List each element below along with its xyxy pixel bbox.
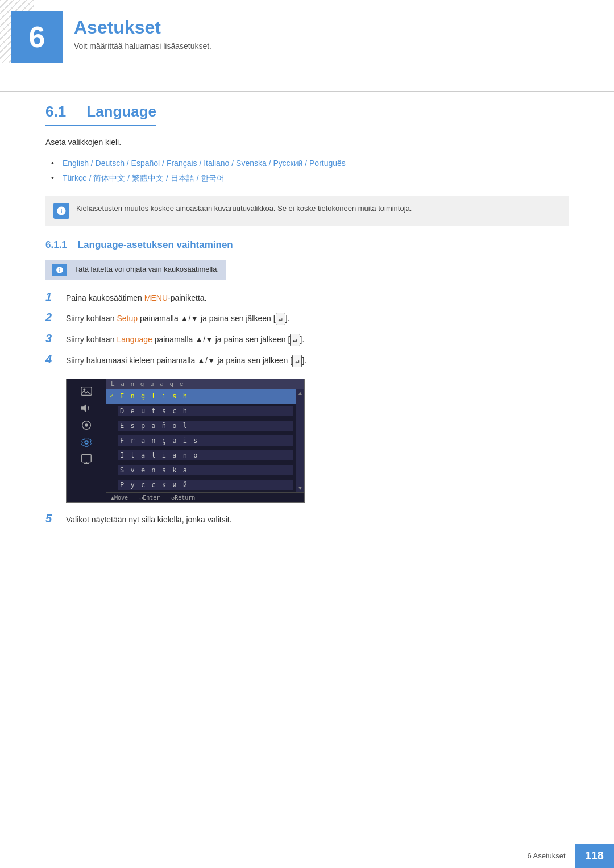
osd-icon-2 xyxy=(67,400,106,417)
svg-rect-6 xyxy=(86,462,87,463)
osd-footer: ▲Move ↵Enter ↺Return xyxy=(106,492,304,502)
subsection-title: Language-asetuksen vaihtaminen xyxy=(78,239,233,250)
step-5: 5 Valikot näytetään nyt sillä kielellä, … xyxy=(45,512,569,526)
info-icon-small xyxy=(56,266,64,274)
sound-icon xyxy=(80,402,93,414)
picture-icon xyxy=(80,385,93,397)
step-number-5: 5 xyxy=(45,512,57,525)
osd-icon-4 xyxy=(67,434,106,451)
check-mark-6 xyxy=(110,467,118,473)
footer-label: 6 Asetukset xyxy=(518,846,574,866)
lang-list-row1: English / Deutsch / Español / Français /… xyxy=(51,157,569,169)
scroll-down-icon: ▼ xyxy=(297,485,303,491)
lang-bar-deutsch: D e u t s c h xyxy=(118,406,293,416)
lang-bar-svenska: S v e n s k a xyxy=(118,465,293,475)
lang-row1-text: English / Deutsch / Español / Français /… xyxy=(63,159,346,168)
language-list: English / Deutsch / Español / Français /… xyxy=(45,157,569,185)
svg-rect-4 xyxy=(81,455,91,462)
header-divider xyxy=(0,91,614,92)
info-icon xyxy=(56,206,67,216)
chapter-number: 6 xyxy=(11,11,63,63)
enter-icon-2: ↵ xyxy=(290,334,300,346)
subsection-number: 6.1.1 xyxy=(45,239,67,250)
note-box-2: Tätä laitetta voi ohjata vain kaukosääti… xyxy=(45,260,226,280)
steps-list: 1 Paina kaukosäätimen MENU-painiketta. 2… xyxy=(45,290,569,367)
check-mark-5 xyxy=(110,452,118,458)
highlight-setup: Setup xyxy=(117,314,138,323)
enter-icon-1: ↵ xyxy=(276,313,285,325)
check-mark: ✓ xyxy=(110,393,118,399)
note-box-1: Kieliasetusten muutos koskee ainoastaan … xyxy=(45,196,569,226)
step-4: 4 Siirry haluamaasi kieleen painamalla ▲… xyxy=(45,353,569,367)
step-2: 2 Siirry kohtaan Setup painamalla ▲/▼ ja… xyxy=(45,311,569,325)
page-number: 118 xyxy=(575,844,614,868)
check-mark-3 xyxy=(110,422,118,429)
step-text-4: Siirry haluamaasi kieleen painamalla ▲/▼… xyxy=(66,355,306,367)
chapter-subtitle: Voit määrittää haluamasi lisäasetukset. xyxy=(74,41,211,51)
lang-item-english: ✓ E n g l i s h xyxy=(106,389,296,404)
lang-list-row2: Türkçe / 简体中文 / 繁體中文 / 日本語 / 한국어 xyxy=(51,172,569,184)
step-number-4: 4 xyxy=(45,353,57,366)
lang-bar-espanol: E s p a ñ o l xyxy=(118,421,293,431)
check-mark-2 xyxy=(110,408,118,414)
note-text-2: Tätä laitetta voi ohjata vain kaukosääti… xyxy=(74,264,219,275)
section-heading: 6.1 Language xyxy=(45,103,156,126)
setup-icon xyxy=(80,436,93,448)
step-number-3: 3 xyxy=(45,332,57,345)
svg-point-3 xyxy=(85,423,88,427)
lang-item-deutsch: D e u t s c h xyxy=(106,404,296,418)
lang-bar-english: E n g l i s h xyxy=(118,391,293,401)
step-3: 3 Siirry kohtaan Language painamalla ▲/▼… xyxy=(45,332,569,346)
page-footer: 6 Asetukset 118 xyxy=(518,844,614,868)
lang-item-espanol: E s p a ñ o l xyxy=(106,418,296,433)
step-1: 1 Paina kaukosäätimen MENU-painiketta. xyxy=(45,290,569,304)
osd-icon-3 xyxy=(67,417,106,434)
note-text-1: Kieliasetusten muutos koskee ainoastaan … xyxy=(76,203,412,214)
highlight-menu: MENU xyxy=(144,293,168,302)
lang-item-italiano: I t a l i a n o xyxy=(106,448,296,463)
lang-bar-italiano: I t a l i a n o xyxy=(118,450,293,460)
osd-menu: L a n g u a g e ✓ E n g l i s h D e u t … xyxy=(66,379,305,503)
step-text-3: Siirry kohtaan Language painamalla ▲/▼ j… xyxy=(66,334,304,346)
main-content: 6.1 Language Aseta valikkojen kieli. Eng… xyxy=(0,103,614,526)
osd-title: L a n g u a g e xyxy=(106,379,304,389)
enter-icon-3: ↵ xyxy=(292,355,302,367)
step-text-1: Paina kaukosäätimen MENU-painiketta. xyxy=(66,292,206,304)
lang-item-russian: Р у с с к и й xyxy=(106,477,296,492)
section-intro: Aseta valikkojen kieli. xyxy=(45,138,569,147)
note-icon-1 xyxy=(53,203,69,219)
footer-enter: ↵Enter xyxy=(139,495,160,501)
chapter-title-block: Asetukset Voit määrittää haluamasi lisäa… xyxy=(63,11,211,51)
check-mark-4 xyxy=(110,437,118,443)
scroll-up-icon: ▲ xyxy=(297,390,303,396)
step-number-1: 1 xyxy=(45,290,57,304)
osd-right-content: L a n g u a g e ✓ E n g l i s h D e u t … xyxy=(106,379,304,502)
osd-left-icons xyxy=(67,379,106,502)
section-title: Language xyxy=(86,103,156,120)
chapter-header: 6 Asetukset Voit määrittää haluamasi lis… xyxy=(0,0,614,74)
lang-bar-russian: Р у с с к и й xyxy=(118,480,293,490)
footer-move: ▲Move xyxy=(111,495,128,501)
lang-item-francais: F r a n ç a i s xyxy=(106,433,296,448)
note-icon-2 xyxy=(52,264,67,276)
lang-item-svenska: S v e n s k a xyxy=(106,463,296,477)
step-text-2: Siirry kohtaan Setup painamalla ▲/▼ ja p… xyxy=(66,313,290,325)
osd-scrollbar: ▲ ▼ xyxy=(296,389,304,492)
step-text-5: Valikot näytetään nyt sillä kielellä, jo… xyxy=(66,514,232,526)
section-number: 6.1 xyxy=(45,103,66,120)
osd-lang-list: ✓ E n g l i s h D e u t s c h E s p a ñ … xyxy=(106,389,296,492)
svg-rect-5 xyxy=(84,463,89,464)
osd-icon-5 xyxy=(67,451,106,468)
channel-icon xyxy=(80,419,93,431)
highlight-language: Language xyxy=(117,335,152,344)
osd-icon-1 xyxy=(67,383,106,400)
lang-row2-text: Türkçe / 简体中文 / 繁體中文 / 日本語 / 한국어 xyxy=(63,173,225,182)
footer-return: ↺Return xyxy=(171,495,195,501)
chapter-title: Asetukset xyxy=(74,17,211,38)
subsection-heading: 6.1.1 Language-asetuksen vaihtaminen xyxy=(45,239,569,251)
check-mark-7 xyxy=(110,481,118,488)
tv-icon xyxy=(80,453,93,466)
lang-bar-francais: F r a n ç a i s xyxy=(118,435,293,446)
step-number-2: 2 xyxy=(45,311,57,324)
svg-point-1 xyxy=(83,388,85,391)
